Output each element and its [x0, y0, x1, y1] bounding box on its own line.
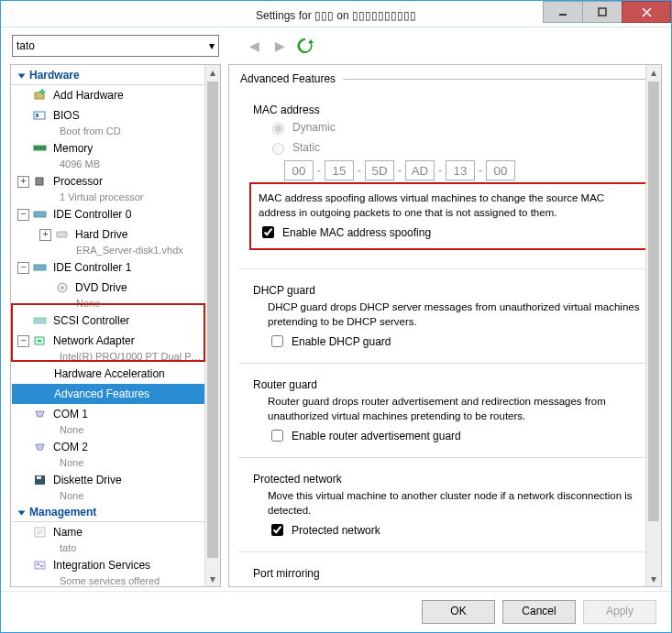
tree-add-hardware[interactable]: Add Hardware — [12, 85, 204, 105]
dhcp-guard-group: DHCP guard DHCP guard drops DHCP server … — [240, 273, 654, 359]
tree-ide1[interactable]: −IDE Controller 1 — [12, 257, 204, 278]
mac-static-radio[interactable]: Static — [268, 140, 644, 155]
protected-network-checkbox[interactable]: Protected network — [268, 521, 644, 539]
tree-memory[interactable]: Memory — [12, 138, 204, 158]
ide-controller-icon — [33, 261, 48, 274]
mac-address-fields: - - - - - — [284, 160, 644, 180]
tree-name[interactable]: Name — [12, 522, 204, 542]
mac-octet-5[interactable] — [446, 160, 475, 180]
vm-selector[interactable]: tato ▾ — [12, 35, 219, 57]
mac-dynamic-radio[interactable]: Dynamic — [268, 120, 644, 135]
scroll-thumb[interactable] — [207, 82, 218, 558]
enable-dhcp-guard-checkbox[interactable]: Enable DHCP guard — [268, 333, 644, 350]
tree-scsi[interactable]: SCSI Controller — [12, 311, 204, 331]
diskette-icon — [33, 474, 48, 486]
tree-advanced-features[interactable]: Advanced Features — [12, 384, 204, 404]
dialog-footer: OK Cancel Apply — [1, 591, 671, 632]
ide-controller-icon — [33, 208, 48, 221]
tree-hardware-acceleration[interactable]: Hardware Acceleration — [12, 364, 204, 384]
tree-hd-sub: ERA_Server-disk1.vhdx — [12, 245, 204, 257]
apply-button[interactable]: Apply — [583, 600, 656, 624]
tree-com2[interactable]: COM 2 — [12, 437, 204, 457]
com-port-icon — [33, 441, 48, 453]
expand-icon[interactable]: + — [39, 229, 51, 241]
tree-processor[interactable]: +Processor — [12, 171, 204, 191]
chevron-down-icon: ▾ — [209, 39, 215, 52]
scroll-up-icon[interactable]: ▴ — [205, 65, 220, 80]
scroll-up-icon[interactable]: ▴ — [646, 65, 661, 80]
tree-bios-sub: Boot from CD — [12, 126, 204, 138]
ok-button[interactable]: OK — [422, 600, 495, 624]
mac-octet-6[interactable] — [486, 160, 515, 180]
port-mirroring-title: Port mirroring — [253, 567, 644, 580]
scroll-down-icon[interactable]: ▾ — [205, 572, 220, 586]
pane-scrollbar[interactable]: ▴ ▾ — [645, 65, 661, 586]
network-adapter-icon — [33, 334, 48, 347]
section-hardware[interactable]: Hardware — [12, 66, 204, 85]
protected-network-title: Protected network — [253, 473, 644, 486]
svg-rect-22 — [37, 476, 41, 479]
nav-back-button[interactable]: ◀ — [245, 37, 263, 55]
mac-octet-1[interactable] — [284, 160, 314, 180]
expand-icon[interactable]: + — [17, 176, 29, 188]
name-icon — [33, 526, 48, 539]
svg-point-17 — [61, 287, 64, 289]
svg-rect-14 — [57, 232, 67, 237]
mac-octet-2[interactable] — [325, 160, 354, 180]
tree-processor-sub: 1 Virtual processor — [12, 191, 204, 204]
divider — [238, 268, 655, 269]
com-port-icon — [33, 408, 48, 420]
dhcp-guard-title: DHCP guard — [253, 284, 644, 297]
tree-bios[interactable]: BIOS — [12, 105, 204, 126]
svg-rect-1 — [599, 8, 606, 16]
collapse-icon[interactable]: − — [17, 262, 29, 274]
tree-ide0[interactable]: −IDE Controller 0 — [12, 204, 204, 224]
settings-pane: Advanced Features MAC address Dynamic St… — [228, 64, 662, 587]
dvd-drive-icon — [55, 281, 70, 294]
collapse-icon[interactable]: − — [17, 335, 29, 347]
svg-rect-20 — [38, 340, 41, 342]
tree-diskette[interactable]: Diskette Drive — [12, 470, 204, 490]
cancel-button[interactable]: Cancel — [502, 600, 576, 624]
maximize-button[interactable] — [582, 1, 622, 23]
bios-icon — [33, 109, 48, 122]
integration-services-icon — [33, 559, 48, 572]
tree-hard-drive[interactable]: +Hard Drive — [12, 224, 204, 245]
refresh-button[interactable] — [296, 37, 314, 55]
divider — [343, 79, 654, 80]
svg-rect-10 — [40, 147, 42, 149]
mac-address-label: MAC address — [253, 104, 644, 116]
tree-name-sub: tato — [12, 542, 204, 555]
svg-rect-15 — [34, 265, 46, 270]
processor-icon — [33, 175, 48, 188]
nav-tree[interactable]: Hardware Add Hardware BIOS Boot from CD … — [12, 66, 204, 585]
router-guard-desc: Router guard drops router advertisement … — [268, 395, 644, 423]
svg-rect-26 — [40, 565, 43, 567]
nav-forward-button[interactable]: ▶ — [270, 37, 289, 55]
enable-mac-spoofing-checkbox[interactable]: Enable MAC address spoofing — [259, 224, 639, 241]
mac-octet-4[interactable] — [405, 160, 435, 180]
collapse-icon[interactable]: − — [17, 209, 29, 221]
tree-network-adapter[interactable]: −Network Adapter — [12, 331, 204, 351]
toolbar: tato ▾ ◀ ▶ — [1, 27, 671, 64]
mac-spoof-desc: MAC address spoofing allows virtual mach… — [259, 191, 639, 220]
highlight-annotation: MAC address spoofing allows virtual mach… — [249, 182, 648, 250]
minimize-button[interactable] — [543, 1, 583, 23]
tree-scrollbar[interactable]: ▴ ▾ — [204, 65, 220, 586]
tree-integration-services[interactable]: Integration Services — [12, 555, 204, 575]
scroll-down-icon[interactable]: ▾ — [646, 572, 661, 586]
tree-com1[interactable]: COM 1 — [12, 404, 204, 424]
enable-router-guard-checkbox[interactable]: Enable router advertisement guard — [268, 427, 644, 444]
tree-com1-sub: None — [12, 424, 204, 437]
svg-rect-11 — [43, 147, 45, 149]
tree-dvd-drive[interactable]: DVD Drive — [12, 278, 204, 298]
close-button[interactable] — [622, 1, 671, 23]
section-management[interactable]: Management — [12, 503, 204, 522]
protected-network-group: Protected network Move this virtual mach… — [240, 462, 654, 548]
scroll-thumb[interactable] — [648, 82, 659, 521]
svg-rect-24 — [35, 562, 45, 569]
divider — [238, 363, 655, 364]
divider — [238, 457, 655, 458]
nav-tree-panel: Hardware Add Hardware BIOS Boot from CD … — [10, 64, 221, 587]
mac-octet-3[interactable] — [365, 160, 394, 180]
